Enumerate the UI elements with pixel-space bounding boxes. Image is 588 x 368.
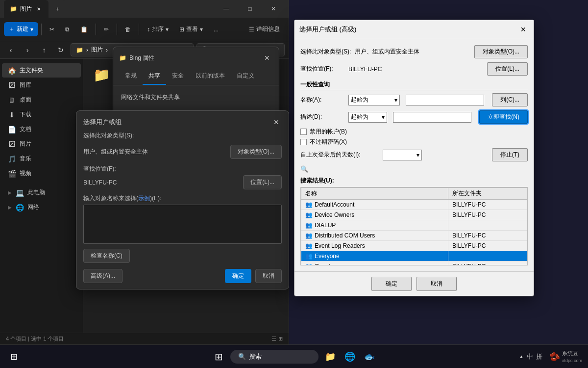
copy-button[interactable]: ⧉ xyxy=(60,23,74,36)
sidebar-item-pictures[interactable]: 🖼 图片 xyxy=(2,137,81,151)
table-row[interactable]: 👥Event Log Readers BILLYFU-PC xyxy=(301,241,527,251)
example-link[interactable]: 示例 xyxy=(138,195,150,202)
taskbar-start-icon[interactable]: ⊞ xyxy=(211,349,226,365)
taskbar-ime-zh[interactable]: 中 xyxy=(527,352,533,361)
sidebar-item-music[interactable]: 🎵 音乐 xyxy=(2,152,81,166)
table-row[interactable]: 👥Distributed COM Users BILLYFU-PC xyxy=(301,231,527,241)
search-placeholder: 搜索 xyxy=(249,352,262,361)
folder-icon-address: 📁 xyxy=(76,47,83,53)
thispc-icon: 💻 xyxy=(16,189,24,197)
object-type-button[interactable]: 对象类型(O)... xyxy=(230,145,282,159)
table-row[interactable]: 👥Everyone xyxy=(301,251,527,262)
cut-button[interactable]: ✂ xyxy=(45,23,59,36)
adv-columns-button[interactable]: 列(C)... xyxy=(492,93,528,106)
taskbar-app-icon[interactable]: 🐟 xyxy=(362,349,377,365)
advanced-button[interactable]: 高级(A)... xyxy=(83,269,122,283)
adv-desc-input[interactable] xyxy=(393,112,471,123)
noexpiry-checkbox[interactable] xyxy=(300,139,307,145)
search-illustration-icon: 🔍 xyxy=(300,165,308,173)
taskbar-explorer-icon[interactable]: 📁 xyxy=(322,349,338,365)
close-button[interactable]: ✕ xyxy=(262,0,285,18)
adv-close-button[interactable]: ✕ xyxy=(518,24,529,35)
taskbar-ime-pinyin[interactable]: 拼 xyxy=(536,352,542,361)
object-type-row: 选择此对象类型(S): xyxy=(83,131,282,140)
sidebar-item-desktop[interactable]: 🖥 桌面 xyxy=(2,93,81,107)
sort-button[interactable]: ↕ 排序 ▾ xyxy=(142,22,173,36)
sidebar-item-thispc[interactable]: ▶ 💻 此电脑 xyxy=(2,185,81,200)
view-toggle[interactable]: ☰ ⊞ xyxy=(271,336,283,342)
adv-name-row: 名称(A): 起始为 ▾ 列(C)... xyxy=(300,93,528,106)
forward-button[interactable]: › xyxy=(21,43,34,57)
more-button[interactable]: ... xyxy=(209,23,223,36)
adv-name-filter-dropdown[interactable]: 起始为 ▾ xyxy=(348,95,400,105)
adv-ok-button[interactable]: 确定 xyxy=(371,277,412,291)
result-name: 👥Event Log Readers xyxy=(301,241,448,251)
view-button[interactable]: ⊞ 查看 ▾ xyxy=(174,22,208,36)
sidebar-item-gallery[interactable]: 🖼 图库 xyxy=(2,78,81,92)
up-button[interactable]: ↑ xyxy=(37,43,51,57)
col-name[interactable]: 名称 xyxy=(301,188,448,200)
start-button[interactable]: ⊞ xyxy=(6,349,22,365)
table-row[interactable]: 👥Device Owners BILLYFU-PC xyxy=(301,210,527,220)
adv-stop-button[interactable]: 停止(T) xyxy=(492,148,528,161)
table-row[interactable]: 👥DIALUP xyxy=(301,220,527,231)
adv-name-label: 名称(A): xyxy=(300,96,344,104)
object-type-value: 用户、组或内置安全主体 xyxy=(83,148,226,156)
result-name: 👥Everyone xyxy=(301,251,448,262)
adv-cancel-button[interactable]: 取消 xyxy=(416,277,457,291)
tab-security[interactable]: 安全 xyxy=(166,68,190,85)
refresh-button[interactable]: ↻ xyxy=(54,43,68,57)
tab-pictures[interactable]: 📁 图片 ✕ xyxy=(4,0,49,18)
adv-days-dropdown[interactable]: ▾ xyxy=(383,150,422,160)
window-controls: — □ ✕ xyxy=(215,0,285,18)
adv-location-button[interactable]: 位置(L)... xyxy=(487,62,528,76)
group-icon: 👥 xyxy=(305,222,313,229)
tab-customize[interactable]: 自定义 xyxy=(231,68,260,85)
adv-name-input[interactable] xyxy=(406,95,484,105)
select-user-cancel-button[interactable]: 取消 xyxy=(255,269,282,283)
result-name: 👥DefaultAccount xyxy=(301,200,448,210)
taskbar-chrome-icon[interactable]: 🌐 xyxy=(342,349,358,365)
tab-general[interactable]: 常规 xyxy=(119,68,143,85)
tab-close-button[interactable]: ✕ xyxy=(35,5,43,13)
select-user-ok-button[interactable]: 确定 xyxy=(225,269,251,283)
rename-button[interactable]: ✏ xyxy=(99,23,114,36)
object-name-input[interactable] xyxy=(83,205,282,244)
group-icon: 👥 xyxy=(305,201,313,208)
minimize-button[interactable]: — xyxy=(215,0,238,18)
list-view-icon[interactable]: ☰ xyxy=(271,336,276,342)
adv-object-type-button[interactable]: 对象类型(O)... xyxy=(474,45,528,58)
tab-share[interactable]: 共享 xyxy=(143,68,166,85)
sidebar-item-home[interactable]: 🏠 主文件夹 xyxy=(2,63,81,78)
taskbar-up-arrow[interactable]: ▲ xyxy=(519,354,524,359)
sidebar-item-documents[interactable]: 📄 文档 xyxy=(2,122,81,136)
back-button[interactable]: ‹ xyxy=(4,43,18,57)
adv-disabled-accounts-row: 禁用的帐户(B) xyxy=(300,128,528,136)
grid-view-icon[interactable]: ⊞ xyxy=(278,336,283,342)
taskbar-search[interactable]: 🔍 搜索 xyxy=(230,350,318,364)
status-text: 4 个项目 | 选中 1 个项目 xyxy=(6,335,64,342)
adv-desc-filter-dropdown[interactable]: 起始为 ▾ xyxy=(348,112,387,123)
delete-button[interactable]: 🗑 xyxy=(120,23,136,36)
location-label: 查找位置(F): xyxy=(83,165,116,172)
table-row[interactable]: 👥DefaultAccount BILLYFU-PC xyxy=(301,200,527,210)
dropdown-arrow: ▾ xyxy=(394,97,397,104)
tab-new[interactable]: ＋ xyxy=(49,0,66,18)
paste-button[interactable]: 📋 xyxy=(75,23,93,36)
tab-previous-versions[interactable]: 以前的版本 xyxy=(190,68,231,85)
table-row[interactable]: 👥Guest BILLYFU-PC xyxy=(301,262,527,266)
sidebar-item-videos[interactable]: 🎬 视频 xyxy=(2,166,81,181)
adv-search-button[interactable]: 立即查找(N) xyxy=(479,110,528,124)
check-name-button[interactable]: 检查名称(C) xyxy=(83,249,130,263)
location-button[interactable]: 位置(L)... xyxy=(243,175,282,189)
maximize-button[interactable]: □ xyxy=(239,0,261,18)
col-location[interactable]: 所在文件夹 xyxy=(448,188,527,200)
result-location: BILLYFU-PC xyxy=(448,200,527,210)
sidebar-item-downloads[interactable]: ⬇ 下载 xyxy=(2,107,81,122)
detail-button[interactable]: ☰ 详细信息 xyxy=(244,22,285,36)
new-button[interactable]: ＋ 新建 ▾ xyxy=(4,22,38,36)
sidebar-item-network[interactable]: ▶ 🌐 网络 xyxy=(2,200,81,214)
disabled-checkbox[interactable] xyxy=(300,129,307,135)
dialog-bing-close-button[interactable]: ✕ xyxy=(261,52,273,64)
dialog-select-user-close-button[interactable]: ✕ xyxy=(271,117,282,128)
